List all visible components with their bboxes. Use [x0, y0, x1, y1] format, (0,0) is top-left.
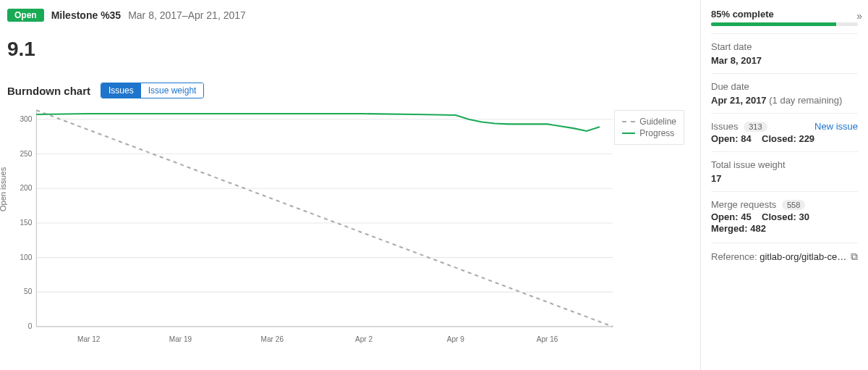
chart-title: Burndown chart [7, 85, 90, 97]
collapse-sidebar-icon[interactable]: » [856, 10, 862, 22]
progress-label: 85% complete [711, 9, 858, 20]
milestone-label: Milestone %35 [51, 9, 121, 21]
legend-guideline: Guideline [639, 117, 676, 127]
svg-text:100: 100 [20, 253, 32, 261]
due-date-label: Due date [711, 81, 858, 92]
start-date-label: Start date [711, 41, 858, 52]
mrs-open-value: 45 [741, 211, 751, 222]
issues-count-badge: 313 [744, 122, 767, 132]
mrs-open-label: Open: [711, 211, 739, 222]
legend-progress: Progress [639, 128, 674, 138]
svg-text:0: 0 [28, 322, 33, 330]
svg-text:Apr 9: Apr 9 [447, 335, 464, 343]
tab-issue-weight[interactable]: Issue weight [141, 83, 204, 98]
issues-closed-value: 229 [799, 133, 814, 144]
svg-text:200: 200 [20, 184, 32, 192]
progress-bar-fill [711, 22, 836, 26]
due-date-value: Apr 21, 2017 [711, 95, 767, 106]
mrs-closed-label: Closed: [762, 211, 796, 222]
page-title: 9.1 [7, 38, 686, 61]
svg-text:300: 300 [20, 115, 32, 123]
weight-value: 17 [711, 173, 858, 184]
start-date-value: Mar 8, 2017 [711, 55, 858, 66]
due-date-remaining: (1 day remaining) [769, 95, 842, 106]
y-axis-title: Open issues [0, 167, 7, 211]
mrs-label: Merge requests [711, 199, 776, 210]
guideline-swatch [622, 121, 635, 122]
svg-text:Apr 2: Apr 2 [355, 335, 373, 343]
weight-label: Total issue weight [711, 159, 858, 170]
new-issue-link[interactable]: New issue [814, 121, 858, 132]
svg-text:Mar 19: Mar 19 [169, 335, 192, 343]
status-badge: Open [7, 9, 44, 22]
svg-text:150: 150 [20, 219, 32, 227]
reference-label: Reference: [711, 251, 757, 262]
issues-label: Issues [711, 121, 739, 132]
issues-open-label: Open: [711, 133, 739, 144]
chart-mode-toggle: Issues Issue weight [101, 83, 204, 98]
issues-open-value: 84 [741, 133, 751, 144]
reference-value: gitlab-org/gitlab-ce… [760, 251, 846, 262]
svg-text:250: 250 [20, 149, 32, 157]
burndown-chart: Open issues 050100150200250300Mar 12Mar … [7, 103, 686, 349]
chart-legend: Guideline Progress [614, 110, 684, 145]
copy-reference-icon[interactable]: ⧉ [851, 251, 858, 263]
svg-text:50: 50 [24, 287, 33, 295]
tab-issues[interactable]: Issues [101, 83, 141, 98]
mrs-merged-value: 482 [750, 223, 766, 234]
date-range: Mar 8, 2017–Apr 21, 2017 [128, 9, 246, 21]
progress-bar [711, 22, 858, 26]
mrs-merged-label: Merged: [711, 223, 748, 234]
mrs-closed-value: 30 [799, 211, 809, 222]
progress-swatch [622, 133, 635, 134]
issues-closed-label: Closed: [762, 133, 796, 144]
svg-text:Apr 16: Apr 16 [537, 335, 558, 343]
svg-text:Mar 26: Mar 26 [261, 335, 284, 343]
svg-text:Mar 12: Mar 12 [77, 335, 101, 343]
mrs-count-badge: 558 [782, 200, 805, 210]
